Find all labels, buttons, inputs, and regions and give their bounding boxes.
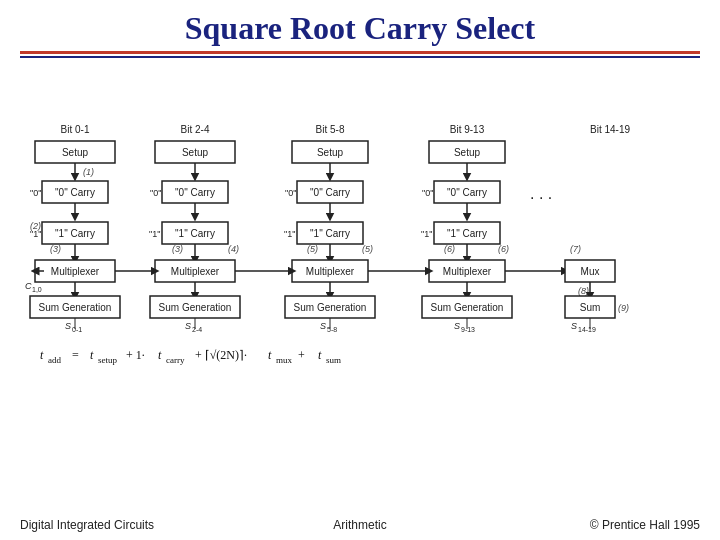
svg-text:"1": "1" <box>149 229 160 239</box>
svg-text:Sum Generation: Sum Generation <box>39 302 112 313</box>
svg-text:t: t <box>318 348 322 362</box>
svg-text:carry: carry <box>166 355 185 365</box>
svg-text:"1" Carry: "1" Carry <box>55 228 95 239</box>
svg-text:"0" Carry: "0" Carry <box>310 187 350 198</box>
svg-text:(8): (8) <box>578 286 589 296</box>
footer-center: Arithmetic <box>247 518 474 532</box>
svg-text:Sum Generation: Sum Generation <box>431 302 504 313</box>
svg-text:Sum: Sum <box>580 302 601 313</box>
svg-text:S: S <box>65 321 71 331</box>
svg-text:(3): (3) <box>172 244 183 254</box>
svg-text:Multiplexer: Multiplexer <box>443 266 492 277</box>
svg-text:S: S <box>454 321 460 331</box>
svg-text:mux: mux <box>276 355 293 365</box>
divider-red <box>20 51 700 54</box>
svg-text:(9): (9) <box>618 303 629 313</box>
svg-text:Sum Generation: Sum Generation <box>159 302 232 313</box>
svg-text:S: S <box>320 321 326 331</box>
svg-text:t: t <box>90 348 94 362</box>
svg-text:sum: sum <box>326 355 341 365</box>
svg-text:+ 1·: + 1· <box>126 348 145 362</box>
svg-text:Bit 5-8: Bit 5-8 <box>316 124 345 135</box>
circuit-diagram: Bit 0-1 Bit 2-4 Bit 5-8 Bit 9-13 Bit 14-… <box>20 64 700 514</box>
svg-text:"0": "0" <box>422 188 433 198</box>
svg-text:S: S <box>185 321 191 331</box>
svg-text:9-13: 9-13 <box>461 326 475 333</box>
diagram-area: Bit 0-1 Bit 2-4 Bit 5-8 Bit 9-13 Bit 14-… <box>20 64 700 514</box>
svg-text:+: + <box>298 348 305 362</box>
page-container: Square Root Carry Select Bit 0-1 Bit 2-4… <box>0 0 720 540</box>
svg-text:C: C <box>25 281 32 291</box>
svg-text:Setup: Setup <box>182 147 209 158</box>
footer-right: © Prentice Hall 1995 <box>473 518 700 532</box>
svg-text:"0" Carry: "0" Carry <box>447 187 487 198</box>
svg-text:(6): (6) <box>498 244 509 254</box>
svg-text:(4): (4) <box>228 244 239 254</box>
svg-text:2-4: 2-4 <box>192 326 202 333</box>
svg-text:5-8: 5-8 <box>327 326 337 333</box>
svg-text:(1): (1) <box>83 167 94 177</box>
svg-text:(5): (5) <box>362 244 373 254</box>
svg-text:"0": "0" <box>150 188 161 198</box>
svg-text:"0" Carry: "0" Carry <box>55 187 95 198</box>
svg-text:Mux: Mux <box>581 266 600 277</box>
svg-text:(6): (6) <box>444 244 455 254</box>
svg-text:0-1: 0-1 <box>72 326 82 333</box>
svg-text:"0": "0" <box>285 188 296 198</box>
page-title: Square Root Carry Select <box>20 10 700 47</box>
svg-text:Bit 9-13: Bit 9-13 <box>450 124 485 135</box>
svg-text:Bit 0-1: Bit 0-1 <box>61 124 90 135</box>
svg-text:"1": "1" <box>284 229 295 239</box>
svg-text:Setup: Setup <box>454 147 481 158</box>
svg-text:(7): (7) <box>570 244 581 254</box>
svg-text:"0" Carry: "0" Carry <box>175 187 215 198</box>
svg-text:Setup: Setup <box>317 147 344 158</box>
svg-text:"1" Carry: "1" Carry <box>175 228 215 239</box>
footer: Digital Integrated Circuits Arithmetic ©… <box>20 514 700 532</box>
svg-text:14-19: 14-19 <box>578 326 596 333</box>
svg-text:(5): (5) <box>307 244 318 254</box>
svg-text:"1" Carry: "1" Carry <box>447 228 487 239</box>
svg-text:t: t <box>268 348 272 362</box>
svg-text:setup: setup <box>98 355 117 365</box>
svg-text:"1" Carry: "1" Carry <box>310 228 350 239</box>
svg-text:"1": "1" <box>30 229 41 239</box>
svg-text:Multiplexer: Multiplexer <box>306 266 355 277</box>
svg-text:Multiplexer: Multiplexer <box>51 266 100 277</box>
svg-text:Bit 14-19: Bit 14-19 <box>590 124 630 135</box>
svg-text:. . .: . . . <box>530 185 552 202</box>
footer-left: Digital Integrated Circuits <box>20 518 247 532</box>
svg-text:"1": "1" <box>421 229 432 239</box>
svg-text:+ ⌈√(2N)⌉·: + ⌈√(2N)⌉· <box>195 348 247 362</box>
svg-text:Sum Generation: Sum Generation <box>294 302 367 313</box>
svg-text:Setup: Setup <box>62 147 89 158</box>
svg-text:Multiplexer: Multiplexer <box>171 266 220 277</box>
divider-blue <box>20 56 700 58</box>
svg-text:t: t <box>158 348 162 362</box>
svg-text:S: S <box>571 321 577 331</box>
svg-text:t: t <box>40 348 44 362</box>
svg-text:(3): (3) <box>50 244 61 254</box>
svg-text:add: add <box>48 355 61 365</box>
svg-text:1,0: 1,0 <box>32 286 42 293</box>
svg-text:"0": "0" <box>30 188 41 198</box>
svg-text:=: = <box>72 348 79 362</box>
svg-text:Bit 2-4: Bit 2-4 <box>181 124 210 135</box>
